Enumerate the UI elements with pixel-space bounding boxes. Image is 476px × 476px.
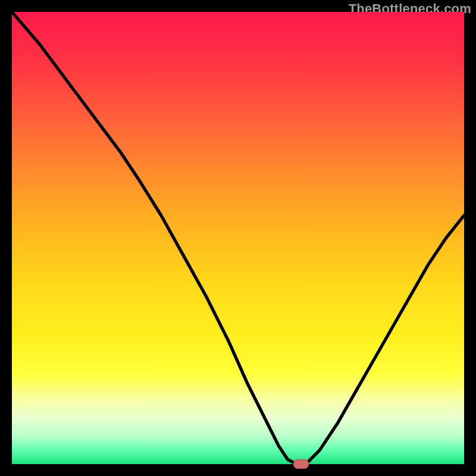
chart-stage: TheBottleneck.com — [0, 0, 476, 476]
plot-area — [12, 12, 464, 464]
minimum-marker — [293, 459, 309, 469]
bottleneck-curve — [12, 12, 464, 464]
